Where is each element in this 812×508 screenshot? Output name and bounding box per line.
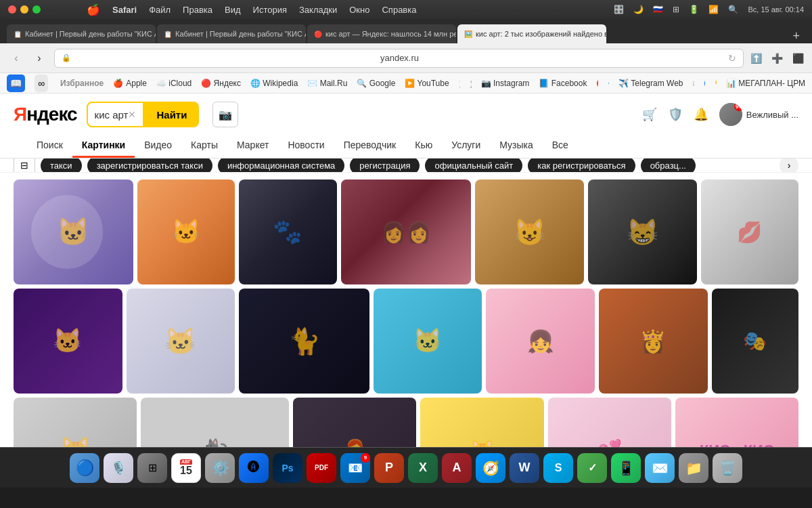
bookmark-yandex[interactable]: 🔴 Яндекс <box>201 79 241 88</box>
image-cell[interactable]: 💋 <box>701 179 799 284</box>
dock-settings[interactable]: ⚙️ <box>205 453 235 483</box>
yandex-logo[interactable]: Яндекс <box>14 104 77 125</box>
bookmark-google[interactable]: 🔍 Google <box>357 79 395 88</box>
bookmark-megaplan[interactable]: 📊 МЕГАПЛАН- ЦРМ <box>726 79 805 88</box>
dock-files[interactable]: 📁 <box>679 453 708 483</box>
user-profile[interactable]: 99 Вежливый ... <box>719 103 798 126</box>
tab-market[interactable]: Маркет <box>227 134 278 158</box>
tab-3[interactable]: 🔴 кис арт — Яндекс: нашлось 14 млн резул… <box>307 24 456 43</box>
bookmark-apple[interactable]: 🍎 Apple <box>113 79 147 88</box>
image-cell[interactable]: 👸 <box>599 289 708 394</box>
tab-news[interactable]: Новости <box>278 134 334 158</box>
image-cell[interactable]: 🐱 <box>374 289 482 394</box>
tab-video[interactable]: Видео <box>135 134 181 158</box>
bluetooth-icon[interactable]: ⊞ <box>673 5 679 14</box>
new-tab-button[interactable]: + <box>787 29 805 43</box>
tab-q[interactable]: Кью <box>405 134 442 158</box>
shield-icon[interactable]: 🛡️ <box>668 107 683 122</box>
bookmark-instagram[interactable]: 📷 Instagram <box>481 79 530 88</box>
menu-history[interactable]: История <box>253 5 287 15</box>
dock-access[interactable]: A <box>442 453 472 483</box>
flag-icon[interactable]: 🇷🇺 <box>653 5 663 14</box>
tab-2[interactable]: 📋 Кабинет | Первый день работы "КИС АРТ"… <box>157 24 306 43</box>
filter-options-button[interactable]: ⊟ <box>14 158 35 173</box>
camera-search-button[interactable]: 📷 <box>212 102 238 127</box>
filter-tag-taxi[interactable]: такси <box>41 158 82 173</box>
reading-list-btn[interactable]: 📖 <box>7 75 25 92</box>
image-cell[interactable]: 🐱 <box>137 179 235 284</box>
image-cell[interactable]: 👩‍🦰 <box>293 398 416 447</box>
dock-outlook[interactable]: 📧 9 <box>340 453 370 483</box>
filter-tag-register-taxi[interactable]: зарегистрироваться такси <box>87 158 212 173</box>
bookmark-ecom[interactable]: 🔴 Личный кабинет e-Com... <box>596 79 597 88</box>
apple-menu[interactable]: 🍎 <box>87 3 100 16</box>
menu-help[interactable]: Справка <box>382 5 416 15</box>
battery-icon[interactable]: 🔋 <box>689 5 699 14</box>
control-center-icon[interactable]: 🎛️ <box>614 5 624 14</box>
dock-finder[interactable]: 🔵 <box>70 453 99 483</box>
dock-siri[interactable]: 🎙️ <box>104 453 133 483</box>
maximize-button[interactable] <box>32 5 41 14</box>
dock-ticktick[interactable]: ✓ <box>577 453 607 483</box>
tab-4[interactable]: 🖼️ кис арт: 2 тыс изображений найдено в … <box>457 24 606 43</box>
menu-window[interactable]: Окно <box>349 5 369 15</box>
sidebar-toggle-icon[interactable]: ⬛ <box>792 53 804 64</box>
image-cell[interactable]: 🐱 <box>14 289 122 394</box>
dock-word[interactable]: W <box>510 453 539 483</box>
image-cell[interactable]: 😸 <box>588 179 697 284</box>
bookmark-helper[interactable]: 🤝 Простой помощник по и... <box>715 79 716 88</box>
bookmark-mailru[interactable]: ✉️ Mail.Ru <box>307 79 347 88</box>
image-cell[interactable]: КИС - КИС <box>675 398 798 447</box>
image-cell[interactable]: 💕 <box>548 398 671 447</box>
address-field[interactable]: 🔒 yandex.ru ↻ <box>54 49 744 68</box>
menu-edit[interactable]: Правка <box>183 5 212 15</box>
search-button[interactable]: Найти <box>144 102 199 127</box>
dock-pdf[interactable]: PDF <box>307 453 336 483</box>
search-clear-button[interactable]: ✕ <box>128 109 136 120</box>
dock-safari[interactable]: 🧭 <box>476 453 505 483</box>
tab-maps[interactable]: Карты <box>181 134 227 158</box>
dock-skype[interactable]: S <box>543 453 573 483</box>
filter-tag-official-site[interactable]: официальный сайт <box>425 158 522 173</box>
image-cell[interactable]: 🐱 <box>127 289 235 394</box>
bookmark-facebook[interactable]: 📘 Facebook <box>539 79 587 88</box>
image-cell[interactable]: 🐱 <box>420 398 543 447</box>
bookmark-gosportal1[interactable]: 🏛️ Портал государственных... <box>459 79 461 88</box>
dock-mail[interactable]: ✉️ <box>645 453 675 483</box>
menu-file[interactable]: Файл <box>149 5 171 15</box>
dock-excel[interactable]: X <box>408 453 438 483</box>
search-bar[interactable]: кис арт ✕ <box>87 102 145 127</box>
dock-whatsapp[interactable]: 📱 <box>611 453 641 483</box>
bookmarks-btn[interactable]: ∞ <box>35 75 48 92</box>
image-cell[interactable]: 🐱 <box>14 179 133 284</box>
refresh-button[interactable]: ↻ <box>728 53 736 64</box>
tab-search[interactable]: Поиск <box>27 134 72 158</box>
tab-translate[interactable]: Переводчик <box>334 134 406 158</box>
bookmark-icloud[interactable]: ☁️ iCloud <box>156 79 191 88</box>
back-button[interactable]: ‹ <box>8 50 24 66</box>
filter-tag-registration[interactable]: регистрация <box>350 158 420 173</box>
dock-calendar[interactable]: АВГ 15 <box>171 453 201 483</box>
wifi-icon[interactable]: 📶 <box>708 5 719 14</box>
bookmark-beget[interactable]: ⚙️ Beget - платный хостинг... <box>608 79 609 88</box>
menu-safari[interactable]: Safari <box>112 5 137 15</box>
image-cell[interactable]: 🐾 <box>239 179 337 284</box>
menu-view[interactable]: Вид <box>225 5 241 15</box>
bookmark-telegram[interactable]: ✈️ Telegram Web <box>618 79 683 88</box>
bookmark-cities[interactable]: 🌍 Городские населённые п... <box>704 79 706 88</box>
filter-tag-how-register[interactable]: как регистрироваться <box>528 158 635 173</box>
dock-appstore[interactable]: 🅐 <box>239 453 269 483</box>
search-icon[interactable]: 🔍 <box>728 5 738 14</box>
dock-trash[interactable]: 🗑️ <box>713 453 742 483</box>
dock-powerpoint[interactable]: P <box>374 453 404 483</box>
bell-icon[interactable]: 🔔 <box>694 107 708 122</box>
filter-tag-info-system[interactable]: информационная система <box>218 158 344 173</box>
filter-next-button[interactable]: › <box>780 158 798 173</box>
share-icon[interactable]: ⬆️ <box>750 53 762 64</box>
image-cell[interactable]: 🎭 <box>712 289 798 394</box>
image-cell[interactable]: 😺 <box>475 179 584 284</box>
tab-services[interactable]: Услуги <box>442 134 490 158</box>
add-tab-icon[interactable]: ➕ <box>771 53 783 64</box>
image-cell[interactable]: 👧 <box>486 289 595 394</box>
forward-button[interactable]: › <box>31 50 47 66</box>
